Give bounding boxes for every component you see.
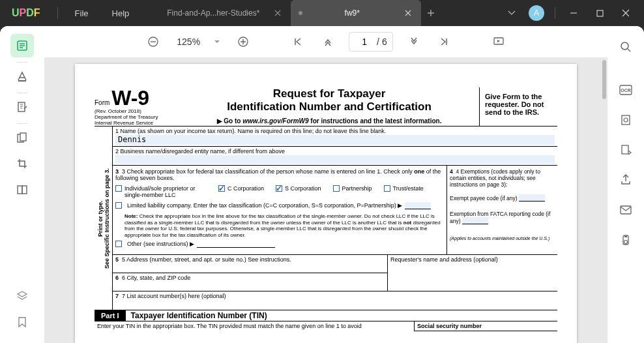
applies-note: (Applies to accounts maintained outside … — [450, 236, 555, 241]
zoom-in-button[interactable] — [234, 33, 252, 51]
svg-rect-19 — [624, 236, 627, 237]
side-instructions: Print or type. See Specific Instructions… — [97, 168, 110, 269]
zoom-out-button[interactable] — [144, 33, 162, 51]
svg-rect-13 — [622, 115, 630, 125]
checkbox-label: C Corporation — [227, 185, 264, 192]
convert-button[interactable] — [614, 138, 637, 162]
separator — [17, 93, 27, 93]
next-page-button[interactable] — [405, 33, 423, 51]
user-avatar[interactable]: A — [529, 5, 544, 21]
give-form-notice: Give Form to the requester. Do not send … — [479, 87, 557, 126]
save-button[interactable] — [614, 228, 637, 252]
svg-rect-2 — [18, 102, 25, 112]
email-button[interactable] — [614, 198, 637, 222]
checkbox-label: Individual/sole proprietor or single-mem… — [124, 185, 207, 198]
share-button[interactable] — [614, 168, 637, 192]
tab-item-active[interactable]: fw9* — [291, 0, 421, 26]
page-number-input[interactable] — [355, 33, 374, 50]
first-page-button[interactable] — [289, 33, 307, 51]
exempt-fatca-input[interactable] — [462, 217, 488, 224]
organize-pages-button[interactable] — [10, 126, 34, 149]
compare-button[interactable] — [10, 178, 34, 201]
minimize-button[interactable] — [561, 3, 587, 23]
svg-rect-4 — [20, 133, 26, 141]
llc-classification-input[interactable] — [405, 202, 431, 209]
checkbox-label: Limited liability company. Enter the tax… — [127, 202, 402, 209]
form-number: W-9 — [111, 86, 149, 110]
svg-point-18 — [624, 241, 628, 244]
page-total-label: / 6 — [374, 37, 387, 47]
line-5-address: 5 5 Address (number, street, and apt. or… — [113, 255, 387, 273]
menu-help[interactable]: Help — [100, 8, 141, 18]
checkbox-individual[interactable] — [115, 185, 122, 192]
form-goto: ▶ Go to www.irs.gov/FormW9 for instructi… — [182, 117, 476, 125]
llc-note: Note: Check the appropriate box in the l… — [115, 213, 444, 238]
maximize-button[interactable] — [587, 3, 613, 23]
line-6-city: 6 6 City, state, and ZIP code — [113, 273, 387, 291]
close-button[interactable] — [613, 3, 639, 23]
scrollbar-thumb[interactable] — [602, 60, 606, 99]
close-icon[interactable] — [272, 8, 283, 18]
svg-point-14 — [624, 118, 628, 122]
layers-button[interactable] — [10, 284, 34, 308]
business-name-input[interactable] — [115, 155, 555, 164]
form-irs: Internal Revenue Service — [95, 120, 174, 126]
svg-rect-0 — [597, 10, 603, 16]
redact-button[interactable] — [614, 108, 637, 132]
prev-page-button[interactable] — [319, 33, 337, 51]
tab-item[interactable]: Find-and-Ap...her-Studies* — [154, 0, 291, 26]
tab-label: fw9* — [305, 8, 399, 18]
close-icon[interactable] — [403, 8, 413, 18]
exempt-fatca-row: Exemption from FATCA reporting code (if … — [450, 211, 555, 224]
toolbar: 125% / 6 — [44, 26, 607, 57]
separator — [17, 123, 27, 124]
app-logo: UPDF — [0, 7, 52, 19]
checkbox-other[interactable] — [115, 241, 122, 247]
last-page-button[interactable] — [435, 33, 453, 51]
tab-bar: Find-and-Ap...her-Studies* fw9* — [154, 0, 500, 26]
annotate-button[interactable] — [10, 65, 34, 88]
line-7-accounts: 7 7 List account number(s) here (optiona… — [113, 291, 557, 310]
other-input[interactable] — [197, 241, 275, 248]
zoom-dropdown-icon[interactable] — [214, 40, 222, 44]
checkbox-llc[interactable] — [115, 202, 122, 209]
exempt-payee-row: Exempt payee code (if any) — [450, 194, 555, 201]
checkbox-trust[interactable] — [384, 185, 390, 192]
bookmark-button[interactable] — [10, 310, 34, 334]
chevron-down-icon[interactable] — [500, 10, 523, 16]
zoom-level-label: 125% — [174, 37, 203, 47]
reader-mode-button[interactable] — [10, 34, 34, 57]
line-3-instructions: 3 3 Check appropriate box for federal ta… — [115, 168, 444, 181]
checkbox-c-corp[interactable] — [218, 185, 225, 192]
page-input-box: / 6 — [349, 32, 393, 52]
part-1-label: Part I — [95, 310, 126, 321]
document-viewport[interactable]: Form W-9 (Rev. October 2018) Department … — [44, 57, 607, 343]
new-tab-button[interactable] — [421, 0, 441, 26]
edit-text-button[interactable] — [10, 95, 34, 119]
ocr-button[interactable]: OCR — [614, 78, 637, 102]
menu-file[interactable]: File — [63, 8, 100, 18]
checkbox-label: Trust/estate — [393, 185, 424, 192]
line-2-business: 2 Business name/disregarded entity name,… — [113, 147, 557, 166]
checkbox-label: Partnership — [342, 185, 372, 192]
form-label: Form — [95, 99, 110, 106]
presentation-button[interactable] — [490, 33, 508, 51]
tab-label: Find-and-Ap...her-Studies* — [162, 8, 269, 18]
requester-address: Requester's name and address (optional) — [388, 255, 557, 291]
tin-instructions: Enter your TIN in the appropriate box. T… — [95, 321, 414, 331]
ssn-label: Social security number — [415, 321, 557, 331]
checkbox-label: S Corporation — [285, 185, 321, 192]
svg-rect-15 — [622, 145, 628, 154]
crop-button[interactable] — [10, 152, 34, 175]
checkbox-partnership[interactable] — [333, 185, 340, 192]
search-button[interactable] — [614, 35, 637, 59]
line-1-name: 1 Name (as shown on your income tax retu… — [113, 127, 557, 147]
exempt-payee-input[interactable] — [519, 194, 545, 201]
checkbox-s-corp[interactable] — [276, 185, 282, 192]
pdf-page: Form W-9 (Rev. October 2018) Department … — [75, 64, 577, 343]
separator — [17, 62, 27, 63]
svg-text:OCR: OCR — [621, 88, 631, 93]
svg-rect-5 — [18, 186, 22, 194]
name-input-field[interactable]: Dennis — [115, 135, 555, 145]
form-dept: Department of the Treasury — [95, 114, 174, 120]
